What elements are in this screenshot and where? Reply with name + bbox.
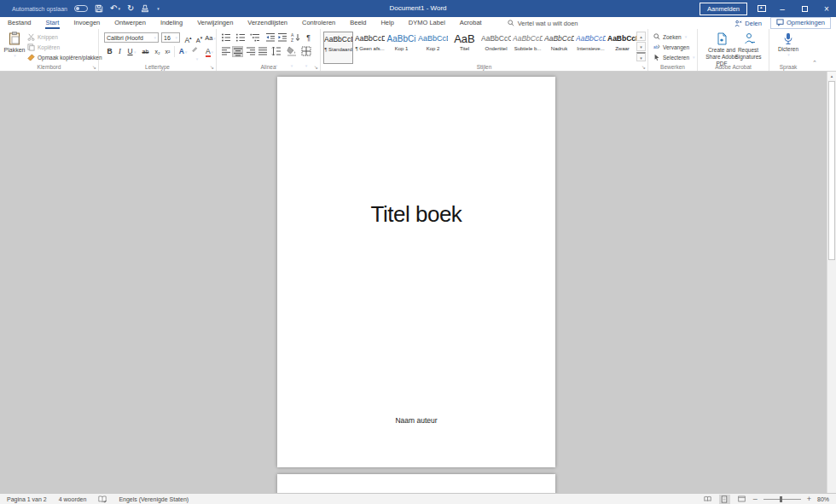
style-card-subtiele-benadrukking[interactable]: AaBbCcDtSubtiele b... (513, 32, 543, 64)
justify-button[interactable] (257, 46, 268, 57)
tab-controleren[interactable]: Controleren (301, 17, 336, 29)
zoom-slider[interactable] (763, 499, 801, 500)
print-layout-icon[interactable] (719, 495, 730, 504)
bullets-button[interactable]: ▾ (220, 32, 231, 43)
pilcrow-label: ¶ (306, 33, 311, 42)
document-title-text[interactable]: Titel boek (277, 201, 555, 228)
document-canvas[interactable]: Titel boek Naam auteur ▴ (0, 72, 836, 493)
font-color-button[interactable]: A▾ (204, 46, 215, 57)
tab-dymo-label[interactable]: DYMO Label (408, 17, 446, 29)
grow-font-button[interactable]: A▴ (183, 32, 194, 43)
proofing-status-icon[interactable] (98, 495, 107, 503)
document-author-text[interactable]: Naam auteur (277, 416, 555, 425)
strikethrough-button[interactable]: ab (140, 46, 151, 57)
tab-bestand[interactable]: Bestand (7, 17, 32, 29)
line-spacing-button[interactable]: ▾ (270, 46, 282, 57)
sort-button[interactable]: AZ (290, 32, 301, 43)
shrink-font-button[interactable]: A▾ (194, 32, 205, 43)
web-layout-icon[interactable] (736, 495, 747, 504)
style-name: Kop 2 (418, 46, 448, 51)
text-effects-button[interactable]: A▾ (177, 46, 189, 57)
tab-verwijzingen[interactable]: Verwijzingen (196, 17, 234, 29)
find-button[interactable]: Zoeken▾ (653, 33, 687, 40)
align-center-button[interactable] (232, 46, 243, 57)
group-label-font: Lettertype (99, 64, 216, 70)
scroll-up-icon[interactable]: ▴ (827, 72, 836, 80)
minimize-button[interactable]: – (776, 4, 788, 14)
format-painter-button[interactable]: Opmaak kopiëren/plakken (27, 54, 102, 61)
tab-verzendlijsten[interactable]: Verzendlijsten (247, 17, 288, 29)
close-button[interactable]: × (821, 4, 833, 14)
zoom-slider-thumb[interactable] (780, 496, 782, 502)
tell-me-search[interactable]: Vertel wat u wilt doen (508, 20, 578, 27)
styles-scroll-up-icon[interactable]: ▴ (636, 32, 646, 41)
comments-button[interactable]: Opmerkingen (770, 17, 831, 29)
request-signatures-button[interactable] (734, 32, 766, 45)
word-count[interactable]: 4 woorden (59, 496, 87, 502)
style-card-titel[interactable]: AaBTitel (450, 32, 479, 64)
language-indicator[interactable]: Engels (Verenigde Staten) (119, 496, 189, 502)
styles-scroll-down-icon[interactable]: ▾ (636, 42, 646, 51)
style-card-kop1[interactable]: AaBbCiKop 1 (386, 32, 416, 64)
strikethrough-label: ab (142, 49, 149, 55)
decrease-indent-button[interactable] (264, 32, 276, 43)
style-card-standaard[interactable]: AaBbCcDc¶ Standaard (323, 32, 353, 64)
clipboard-dialog-launcher-icon[interactable]: ↘ (92, 64, 96, 70)
document-page-1[interactable]: Titel boek Naam auteur (277, 77, 555, 467)
styles-dialog-launcher-icon[interactable]: ↘ (642, 64, 646, 70)
select-button[interactable]: Selecteren▾ (653, 54, 695, 61)
document-page-2[interactable] (277, 474, 555, 493)
replace-button[interactable]: ab Vervangen (653, 43, 689, 50)
tab-ontwerpen[interactable]: Ontwerpen (113, 17, 147, 29)
tab-acrobat[interactable]: Acrobat (459, 17, 483, 29)
style-card-nadruk[interactable]: AaBbCcDtNadruk (544, 32, 574, 64)
collapse-ribbon-icon[interactable]: ⌃ (812, 60, 817, 67)
scrollbar-thumb[interactable] (828, 81, 835, 260)
tab-start[interactable]: Start (45, 17, 61, 29)
style-card-intensieve-benadrukking[interactable]: AaBbCcDtIntensieve... (576, 32, 606, 64)
numbering-button[interactable]: ▾ (235, 32, 246, 43)
restore-button[interactable] (798, 4, 810, 14)
align-left-button[interactable] (220, 46, 231, 57)
zoom-out-button[interactable]: – (753, 495, 758, 503)
style-card-zwaar[interactable]: AaBbCcDcZwaar (607, 32, 637, 64)
tab-beeld[interactable]: Beeld (349, 17, 367, 29)
change-case-button[interactable]: Aa▾ (205, 32, 216, 43)
dictate-dropdown-icon[interactable]: ▾ (770, 52, 807, 57)
font-size-combo[interactable]: 16▾ (161, 32, 180, 43)
align-right-button[interactable] (245, 46, 256, 57)
ribbon-display-options-icon[interactable] (758, 5, 766, 12)
italic-label: I (119, 47, 121, 55)
shading-button[interactable]: ▾ (286, 46, 297, 57)
font-dialog-launcher-icon[interactable]: ↘ (210, 64, 214, 70)
increase-indent-button[interactable] (276, 32, 287, 43)
paste-dropdown-icon[interactable]: ▾ (4, 53, 26, 58)
pilcrow-button[interactable]: ¶ (303, 32, 314, 43)
underline-dropdown-icon[interactable]: ▾ (134, 49, 136, 55)
highlight-button[interactable]: ▾ (191, 46, 202, 57)
dictate-button[interactable]: Dicteren ▾ (769, 32, 807, 57)
copy-button[interactable]: Kopiëren (27, 43, 60, 51)
paragraph-dialog-launcher-icon[interactable]: ↘ (314, 64, 318, 70)
zoom-level[interactable]: 80% (817, 496, 829, 502)
superscript-button[interactable]: x² (162, 46, 173, 57)
signin-button[interactable]: Aanmelden (700, 3, 747, 15)
font-family-combo[interactable]: Calibri (Hoofd▾ (104, 32, 159, 43)
zoom-in-button[interactable]: + (807, 495, 811, 503)
borders-button[interactable]: ▾ (300, 46, 311, 57)
page-indicator[interactable]: Pagina 1 van 2 (7, 496, 47, 502)
style-card-ondertitel[interactable]: AaBbCcCOndertitel (481, 32, 511, 64)
read-mode-icon[interactable] (702, 495, 713, 504)
vertical-scrollbar[interactable]: ▴ (827, 72, 836, 493)
tab-indeling[interactable]: Indeling (160, 17, 183, 29)
bold-label: B (107, 47, 112, 55)
style-card-geen-afstand[interactable]: AaBbCcDc¶ Geen afs... (355, 32, 385, 64)
style-card-kop2[interactable]: AaBbCcDKop 2 (418, 32, 448, 64)
styles-more-icon[interactable]: ▾ (636, 52, 646, 61)
share-button[interactable]: Delen (734, 20, 762, 27)
cut-button[interactable]: Knippen (27, 33, 58, 41)
tab-help[interactable]: Help (380, 17, 394, 29)
paste-button[interactable]: Plakken ▾ (3, 32, 26, 58)
multilevel-list-button[interactable]: ▾ (249, 32, 260, 43)
tab-invoegen[interactable]: Invoegen (73, 17, 101, 29)
